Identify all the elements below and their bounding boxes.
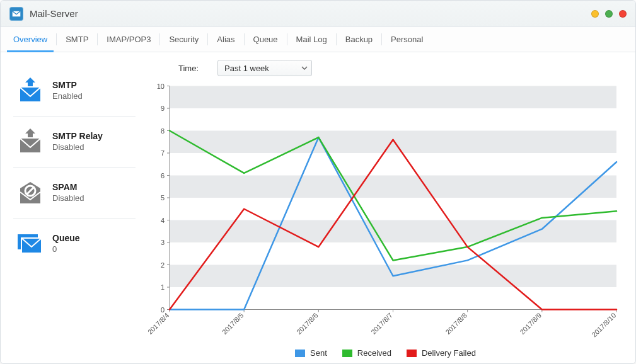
status-value: Disabled	[52, 193, 84, 203]
svg-text:2017/8/5: 2017/8/5	[221, 311, 245, 336]
mail-up-icon	[13, 76, 47, 104]
svg-text:5: 5	[161, 194, 165, 202]
tab-label: Backup	[345, 35, 373, 44]
svg-text:6: 6	[161, 172, 165, 179]
title-bar: Mail-Server	[1, 1, 635, 27]
svg-text:2017/8/6: 2017/8/6	[295, 311, 320, 336]
app-window: Mail-Server Overview SMTP IMAP/POP3 Secu…	[0, 0, 636, 364]
svg-text:10: 10	[157, 82, 165, 90]
status-spam: SPAM Disabled	[13, 168, 136, 219]
svg-text:2017/8/9: 2017/8/9	[518, 311, 543, 336]
svg-text:3: 3	[161, 239, 165, 246]
svg-text:9: 9	[161, 105, 165, 112]
svg-text:2017/8/8: 2017/8/8	[444, 311, 468, 336]
svg-rect-9	[170, 131, 616, 154]
tab-security[interactable]: Security	[160, 27, 207, 52]
tab-imap-pop3[interactable]: IMAP/POP3	[98, 27, 159, 52]
chart-legend: Sent Received Delivery Failed	[148, 344, 623, 359]
legend-swatch	[295, 350, 305, 357]
tab-bar: Overview SMTP IMAP/POP3 Security Alias Q…	[1, 27, 635, 52]
tab-label: Overview	[13, 35, 47, 44]
content-body: SMTP Enabled SMTP Relay Disabled	[1, 52, 635, 363]
status-title: SPAM	[52, 182, 84, 192]
window-controls	[591, 10, 627, 18]
time-range-value: Past 1 week	[224, 64, 269, 73]
tab-label: Alias	[217, 35, 234, 44]
tab-label: Security	[169, 35, 199, 44]
status-sidebar: SMTP Enabled SMTP Relay Disabled	[1, 52, 148, 363]
chevron-down-icon	[301, 66, 308, 70]
svg-text:7: 7	[161, 149, 165, 157]
line-chart: 0123456789102017/8/42017/8/52017/8/62017…	[148, 80, 623, 344]
status-title: SMTP Relay	[52, 131, 103, 141]
status-title: Queue	[52, 233, 80, 243]
legend-label: Sent	[310, 348, 327, 358]
tab-overview[interactable]: Overview	[4, 27, 56, 52]
status-value: 0	[52, 244, 80, 254]
legend-sent: Sent	[295, 348, 327, 358]
svg-rect-8	[170, 176, 616, 198]
mail-stack-icon	[13, 229, 47, 257]
tab-alias[interactable]: Alias	[208, 27, 243, 52]
status-value: Enabled	[52, 91, 83, 101]
svg-text:2: 2	[161, 261, 165, 269]
minimize-button[interactable]	[591, 10, 599, 18]
status-smtp: SMTP Enabled	[13, 66, 136, 117]
tab-smtp[interactable]: SMTP	[57, 27, 97, 52]
status-queue: Queue 0	[13, 219, 136, 261]
tab-personal[interactable]: Personal	[382, 27, 432, 52]
time-range-select[interactable]: Past 1 week	[217, 60, 312, 76]
legend-swatch	[342, 350, 352, 357]
title-bar-title: Mail-Server	[30, 8, 78, 19]
status-smtp-relay: SMTP Relay Disabled	[13, 117, 136, 168]
chart-controls: Time: Past 1 week	[148, 60, 623, 80]
maximize-button[interactable]	[605, 10, 613, 18]
close-button[interactable]	[619, 10, 627, 18]
main-panel: Time: Past 1 week 0123456789102017/8/420…	[148, 52, 635, 363]
app-icon	[9, 7, 23, 21]
svg-text:2017/8/7: 2017/8/7	[369, 311, 394, 336]
svg-text:2017/8/4: 2017/8/4	[148, 311, 170, 336]
tab-mail-log[interactable]: Mail Log	[287, 27, 336, 52]
svg-text:1: 1	[161, 283, 165, 291]
chart-area: 0123456789102017/8/42017/8/52017/8/62017…	[148, 80, 623, 344]
status-title: SMTP	[52, 80, 83, 90]
mail-block-icon	[13, 178, 47, 206]
legend-label: Received	[357, 348, 391, 358]
svg-text:2017/8/10: 2017/8/10	[590, 311, 617, 338]
tab-label: Mail Log	[296, 35, 327, 44]
svg-text:8: 8	[161, 127, 165, 135]
tab-label: IMAP/POP3	[107, 35, 151, 44]
tab-backup[interactable]: Backup	[337, 27, 381, 52]
legend-received: Received	[342, 348, 391, 358]
legend-swatch	[407, 350, 417, 357]
tab-queue[interactable]: Queue	[245, 27, 287, 52]
time-label: Time:	[178, 64, 199, 73]
tab-label: Personal	[391, 35, 423, 44]
mail-down-icon	[13, 127, 47, 155]
tab-label: SMTP	[66, 35, 88, 44]
legend-label: Delivery Failed	[422, 348, 476, 358]
svg-rect-7	[170, 220, 616, 243]
tab-label: Queue	[253, 35, 278, 44]
legend-delivery-failed: Delivery Failed	[407, 348, 476, 358]
svg-rect-10	[170, 86, 616, 109]
status-value: Disabled	[52, 142, 103, 152]
svg-text:4: 4	[161, 217, 165, 224]
